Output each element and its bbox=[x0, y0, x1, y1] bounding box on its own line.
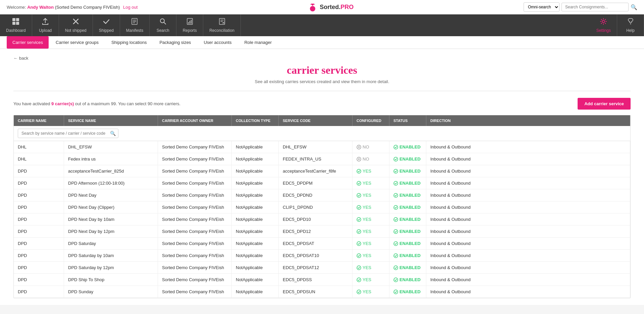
info-text: You have activated 9 carrier(s) out of a… bbox=[13, 101, 180, 106]
td-account-owner: Sorted Demo Company FIVEish bbox=[158, 250, 232, 261]
td-direction: Inbound & Outbound bbox=[426, 165, 630, 177]
td-collection-type: NotApplicable bbox=[232, 250, 279, 261]
shipped-icon bbox=[103, 18, 110, 27]
logout-link[interactable]: Log out bbox=[123, 5, 138, 10]
td-direction: Inbound & Outbound bbox=[426, 226, 630, 237]
td-direction: Inbound & Outbound bbox=[426, 213, 630, 225]
td-configured: YES bbox=[353, 274, 389, 286]
td-service-code: CLIP1_DPDND bbox=[279, 201, 353, 213]
td-direction: Inbound & Outbound bbox=[426, 250, 630, 261]
table-row[interactable]: DPD DPD Saturday by 12pm Sorted Demo Com… bbox=[14, 262, 630, 274]
table-search-input[interactable] bbox=[18, 129, 118, 138]
td-configured: YES bbox=[353, 250, 389, 261]
td-account-owner: Sorted Demo Company FIVEish bbox=[158, 153, 232, 165]
nav-item-manifests[interactable]: Manifests bbox=[120, 14, 150, 36]
td-configured: YES bbox=[353, 286, 389, 298]
td-service-code: acceptanceTestCarrier_f8fe bbox=[279, 165, 353, 177]
nav-item-upload[interactable]: Upload bbox=[32, 14, 59, 36]
td-service-name: DPD Next Day (Clipper) bbox=[64, 201, 158, 213]
td-account-owner: Sorted Demo Company FIVEish bbox=[158, 226, 232, 237]
sub-nav-carrier-service-groups[interactable]: Carrier service groups bbox=[50, 36, 104, 49]
table-row[interactable]: DPD DPD Saturday Sorted Demo Company FIV… bbox=[14, 238, 630, 250]
table-row[interactable]: DPD DPD Next Day Sorted Demo Company FIV… bbox=[14, 189, 630, 201]
table-row[interactable]: DPD DPD Sunday Sorted Demo Company FIVEi… bbox=[14, 286, 630, 298]
logo: Sorted.PRO bbox=[308, 2, 354, 12]
nav-item-reconciliation[interactable]: Reconciliation bbox=[203, 14, 241, 36]
th-direction: DIRECTION bbox=[426, 115, 630, 126]
status-enabled: ENABLED bbox=[393, 241, 421, 246]
configured-yes: YES bbox=[357, 241, 371, 246]
status-enabled: ENABLED bbox=[393, 156, 421, 162]
nav-item-not-shipped[interactable]: Not shipped bbox=[59, 14, 93, 36]
td-carrier: DHL bbox=[14, 141, 64, 153]
td-status: ENABLED bbox=[389, 238, 426, 249]
back-link[interactable]: ← back bbox=[13, 56, 28, 61]
page-title: carrier services bbox=[13, 64, 631, 76]
page-subtitle: See all existing carries services create… bbox=[13, 79, 631, 84]
svg-point-35 bbox=[357, 290, 361, 294]
table-row[interactable]: DPD acceptanceTestCarrier_825d Sorted De… bbox=[14, 165, 630, 177]
logo-icon bbox=[308, 2, 318, 12]
td-account-owner: Sorted Demo Company FIVEish bbox=[158, 274, 232, 286]
configured-no: NO bbox=[357, 144, 369, 149]
td-carrier: DPD bbox=[14, 177, 64, 189]
table-row[interactable]: DPD DPD Ship To Shop Sorted Demo Company… bbox=[14, 274, 630, 286]
td-collection-type: NotApplicable bbox=[232, 189, 279, 201]
td-carrier: DPD bbox=[14, 189, 64, 201]
td-service-code: EDC5_DPD12 bbox=[279, 226, 353, 237]
svg-point-28 bbox=[394, 242, 398, 246]
svg-rect-2 bbox=[16, 18, 19, 21]
table-row[interactable]: DPD DPD Saturday by 10am Sorted Demo Com… bbox=[14, 250, 630, 262]
reconciliation-icon bbox=[218, 18, 226, 27]
status-enabled: ENABLED bbox=[393, 205, 421, 210]
td-service-code: EDC5_DPDSS bbox=[279, 274, 353, 286]
td-service-name: DPD Sunday bbox=[64, 286, 158, 298]
table-row[interactable]: DHL DHL_EFSW Sorted Demo Company FIVEish… bbox=[14, 141, 630, 153]
td-status: ENABLED bbox=[389, 189, 426, 201]
table-search-icon[interactable]: 🔍 bbox=[110, 131, 116, 136]
svg-point-18 bbox=[394, 181, 398, 185]
nav-item-settings[interactable]: Settings bbox=[590, 14, 617, 36]
td-status: ENABLED bbox=[389, 274, 426, 286]
search-button[interactable]: 🔍 bbox=[631, 4, 637, 10]
sub-nav-packaging-sizes[interactable]: Packaging sizes bbox=[154, 36, 197, 49]
nav-item-shipped[interactable]: Shipped bbox=[93, 14, 120, 36]
nav-item-search[interactable]: Search bbox=[150, 14, 176, 36]
sub-nav-user-accounts[interactable]: User accounts bbox=[198, 36, 237, 49]
td-service-code: EDC5_DPD10 bbox=[279, 213, 353, 225]
table-header: CARRIER NAME SERVICE NAME CARRIER ACCOUN… bbox=[14, 115, 630, 126]
table-row[interactable]: DHL Fedex intra us Sorted Demo Company F… bbox=[14, 153, 630, 165]
td-service-name: DPD Afternoon (12:00-18:00) bbox=[64, 177, 158, 189]
sub-nav-carrier-services[interactable]: Carrier services bbox=[7, 36, 49, 49]
td-service-name: DPD Saturday by 10am bbox=[64, 250, 158, 261]
table-row[interactable]: DPD DPD Next Day by 10am Sorted Demo Com… bbox=[14, 213, 630, 226]
td-direction: Inbound & Outbound bbox=[426, 274, 630, 286]
td-service-code: EDC5_DPDSAT10 bbox=[279, 250, 353, 261]
td-collection-type: NotApplicable bbox=[232, 226, 279, 237]
sub-nav-shipping-locations[interactable]: Shipping locations bbox=[106, 36, 153, 49]
td-service-code: EDC5_DPDSUN bbox=[279, 286, 353, 298]
svg-point-26 bbox=[394, 230, 398, 234]
td-account-owner: Sorted Demo Company FIVEish bbox=[158, 165, 232, 177]
td-service-name: DPD Next Day by 10am bbox=[64, 213, 158, 225]
table-row[interactable]: DPD DPD Next Day (Clipper) Sorted Demo C… bbox=[14, 201, 630, 213]
add-carrier-service-button[interactable]: Add carrier service bbox=[578, 98, 631, 110]
omni-search-select[interactable]: Omni-search bbox=[524, 2, 559, 12]
table-row[interactable]: DPD DPD Next Day by 12pm Sorted Demo Com… bbox=[14, 226, 630, 238]
nav-item-reports[interactable]: Reports bbox=[176, 14, 203, 36]
table-row[interactable]: DPD DPD Afternoon (12:00-18:00) Sorted D… bbox=[14, 177, 630, 189]
sub-nav-role-manager[interactable]: Role manager bbox=[238, 36, 277, 49]
consignment-search-input[interactable] bbox=[561, 3, 629, 11]
user-link[interactable]: Andy Walton bbox=[27, 5, 54, 10]
svg-point-29 bbox=[357, 254, 361, 258]
td-status: ENABLED bbox=[389, 213, 426, 225]
td-configured: NO bbox=[353, 141, 389, 153]
nav-item-help[interactable]: Help bbox=[617, 14, 644, 36]
nav-item-dashboard[interactable]: Dashboard bbox=[0, 14, 32, 36]
svg-point-32 bbox=[394, 266, 398, 270]
configured-yes: YES bbox=[357, 289, 371, 294]
td-service-name: DPD Saturday bbox=[64, 238, 158, 249]
nav-label-upload: Upload bbox=[39, 28, 52, 33]
table-search-inner: 🔍 bbox=[18, 129, 118, 138]
td-direction: Inbound & Outbound bbox=[426, 201, 630, 213]
